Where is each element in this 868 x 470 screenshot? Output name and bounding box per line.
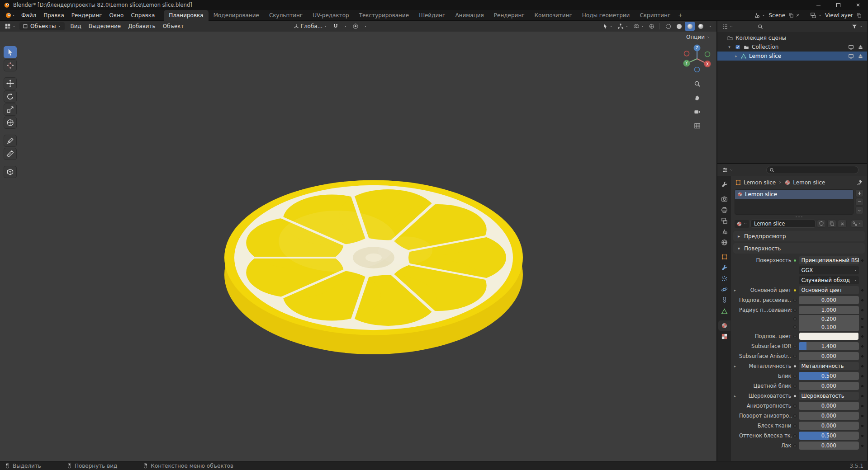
browse-material-button[interactable] bbox=[735, 220, 749, 228]
viewlayer-selector[interactable]: ViewLayer bbox=[824, 12, 854, 19]
keyframe-dot[interactable] bbox=[861, 345, 863, 348]
scale-tool-button[interactable] bbox=[4, 103, 17, 116]
shading-material-preview-button[interactable] bbox=[685, 22, 695, 31]
orientation-dropdown[interactable]: Глоба... bbox=[291, 22, 330, 30]
properties-tab-view-layer[interactable] bbox=[718, 216, 730, 226]
workspace-tab[interactable]: Шейдинг bbox=[414, 10, 450, 21]
toggle-camera-obj[interactable] bbox=[857, 53, 864, 59]
number-field[interactable]: 0.000 bbox=[799, 422, 859, 430]
outliner-filter-button[interactable] bbox=[849, 23, 864, 31]
menubar-item[interactable]: Правка bbox=[40, 11, 68, 20]
properties-tab-material[interactable] bbox=[718, 320, 730, 331]
properties-search-input[interactable] bbox=[766, 166, 859, 174]
snap-settings-dropdown[interactable] bbox=[342, 24, 349, 29]
workspace-tab[interactable]: Планировка bbox=[164, 10, 208, 21]
fake-user-toggle[interactable] bbox=[817, 220, 826, 228]
rotate-tool-button[interactable] bbox=[4, 90, 17, 103]
measure-tool-button[interactable] bbox=[4, 148, 17, 160]
material-slot[interactable]: Lemon slice bbox=[735, 190, 853, 199]
proportional-edit-button[interactable] bbox=[351, 22, 360, 30]
number-field[interactable]: 0.200 bbox=[799, 315, 859, 323]
outliner-row[interactable]: ▾Collection bbox=[717, 42, 867, 52]
editor-type-button[interactable] bbox=[3, 22, 18, 30]
workspace-tab[interactable]: Композитинг bbox=[530, 10, 577, 21]
keyframe-dot[interactable] bbox=[861, 375, 863, 377]
viewport-menu-item[interactable]: Добавить bbox=[124, 22, 159, 31]
expand-arrow[interactable]: ▸ bbox=[731, 288, 739, 292]
expand-arrow[interactable]: ▸ bbox=[731, 364, 739, 368]
keyframe-dot[interactable] bbox=[861, 415, 863, 417]
outliner-search-button[interactable] bbox=[758, 24, 763, 29]
remove-material-slot-button[interactable] bbox=[855, 198, 863, 206]
properties-tab-particles[interactable] bbox=[718, 273, 730, 284]
slider-field[interactable]: 0.500 bbox=[799, 372, 859, 380]
add-cube-tool-button[interactable] bbox=[4, 166, 17, 178]
dropdown-field[interactable]: GGX bbox=[799, 266, 859, 274]
keyframe-dot[interactable] bbox=[861, 435, 863, 437]
snap-toggle-button[interactable] bbox=[331, 22, 341, 30]
material-name-field[interactable]: Lemon slice bbox=[750, 220, 816, 228]
slider-field[interactable]: 0.500 bbox=[799, 432, 859, 440]
menubar-item[interactable]: Рендеринг bbox=[68, 11, 106, 20]
menubar-item[interactable]: Справка bbox=[127, 11, 158, 20]
shading-rendered-button[interactable] bbox=[696, 22, 706, 31]
list-resize-grip[interactable] bbox=[731, 215, 867, 218]
menubar-item[interactable]: Файл bbox=[18, 11, 40, 20]
zoom-button[interactable] bbox=[692, 78, 702, 89]
workspace-tab[interactable]: Анимация bbox=[450, 10, 489, 21]
viewport-menu-item[interactable]: Выделение bbox=[85, 22, 124, 31]
properties-tab-world[interactable] bbox=[718, 237, 730, 248]
properties-tab-object[interactable] bbox=[718, 252, 730, 262]
blender-menu-button[interactable] bbox=[3, 12, 18, 19]
surface-panel-header[interactable]: ▾ Поверхность bbox=[733, 243, 865, 254]
unlink-material-button[interactable] bbox=[838, 220, 847, 228]
cursor-tool-button[interactable] bbox=[4, 59, 17, 71]
properties-tab-render[interactable] bbox=[718, 194, 730, 204]
shading-wireframe-button[interactable] bbox=[663, 22, 673, 31]
slider-field[interactable]: 1.400 bbox=[799, 342, 859, 350]
number-field[interactable]: 0.000 bbox=[799, 296, 859, 304]
add-material-slot-button[interactable] bbox=[855, 189, 863, 197]
number-field[interactable]: 1.000 bbox=[799, 306, 859, 314]
keyframe-dot[interactable] bbox=[861, 326, 863, 328]
link-field[interactable]: Шероховатость bbox=[799, 392, 859, 400]
properties-tab-output[interactable] bbox=[718, 205, 730, 215]
number-field[interactable]: 0.000 bbox=[799, 382, 859, 390]
expand-arrow[interactable]: ▸ bbox=[731, 394, 739, 398]
material-specials-button[interactable] bbox=[855, 207, 863, 214]
ortho-toggle-button[interactable] bbox=[692, 120, 702, 131]
viewport-canvas[interactable]: Опции Z X Y bbox=[0, 32, 716, 461]
camera-view-button[interactable] bbox=[692, 106, 702, 117]
properties-tab-scene[interactable] bbox=[718, 226, 730, 237]
breadcrumb-object[interactable]: Lemon slice bbox=[744, 179, 776, 186]
dropdown-field[interactable]: Случайный обход bbox=[799, 276, 859, 284]
workspace-tab[interactable]: Ноды геометрии bbox=[577, 10, 635, 21]
outliner-row[interactable]: ▸Lemon slice bbox=[717, 52, 867, 61]
workspace-tab[interactable]: Скульптинг bbox=[264, 10, 308, 21]
keyframe-dot[interactable] bbox=[861, 365, 863, 367]
scene-selector[interactable]: Scene bbox=[767, 12, 787, 19]
outliner-editor-type-button[interactable] bbox=[720, 23, 735, 31]
navigation-gizmo[interactable]: Z X Y bbox=[681, 42, 713, 75]
properties-tab-physics[interactable] bbox=[718, 284, 730, 295]
viewport-menu-item[interactable]: Вид bbox=[66, 22, 85, 31]
properties-tab-texture[interactable] bbox=[718, 331, 730, 342]
preview-panel-header[interactable]: ▸ Предпросмотр bbox=[733, 231, 865, 241]
show-gizmo-button[interactable] bbox=[616, 22, 631, 30]
toggle-monitor[interactable] bbox=[847, 53, 855, 59]
keyframe-dot[interactable] bbox=[861, 425, 863, 427]
keyframe-dot[interactable] bbox=[861, 405, 863, 407]
properties-tab-tool[interactable] bbox=[718, 179, 730, 190]
pan-button[interactable] bbox=[692, 92, 702, 103]
workspace-tab[interactable]: UV-редактор bbox=[308, 10, 354, 21]
close-button[interactable] bbox=[848, 0, 868, 10]
number-field[interactable]: 0.000 bbox=[799, 352, 859, 360]
number-field[interactable]: 0.000 bbox=[799, 442, 859, 450]
new-viewlayer-icon[interactable] bbox=[856, 13, 862, 18]
minimize-button[interactable] bbox=[808, 0, 828, 10]
material-slot-list[interactable]: Lemon slice bbox=[735, 189, 854, 215]
proportional-falloff-dropdown[interactable] bbox=[362, 24, 369, 29]
shader-field[interactable]: Принципиальный BSDF bbox=[799, 256, 859, 264]
add-workspace-button[interactable]: + bbox=[675, 12, 685, 19]
workspace-tab[interactable]: Рендеринг bbox=[489, 10, 530, 21]
